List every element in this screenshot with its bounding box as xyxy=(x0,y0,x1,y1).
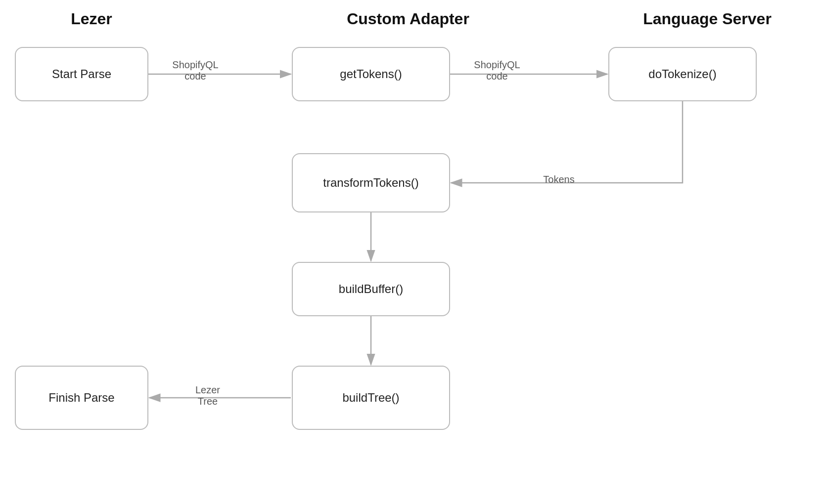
get-tokens-label: getTokens() xyxy=(340,67,402,81)
build-buffer-label: buildBuffer() xyxy=(339,282,403,296)
arrow-label-tokens: Tokens xyxy=(534,174,584,185)
header-language-server: Language Server xyxy=(594,10,821,28)
do-tokenize-label: doTokenize() xyxy=(648,67,716,81)
arrow-label-lezer-tree: Lezer Tree xyxy=(181,384,235,407)
build-buffer-box: buildBuffer() xyxy=(292,262,450,316)
get-tokens-box: getTokens() xyxy=(292,47,450,101)
build-tree-box: buildTree() xyxy=(292,366,450,430)
arrow-label-shopifyql-1: ShopifyQL code xyxy=(163,59,228,82)
start-parse-label: Start Parse xyxy=(52,67,111,81)
header-custom-adapter: Custom Adapter xyxy=(272,10,544,28)
transform-tokens-label: transformTokens() xyxy=(323,176,418,190)
shopifyql-code-2-text: ShopifyQL code xyxy=(474,59,520,82)
diagram-container: Lezer Custom Adapter Language Server Sta… xyxy=(0,0,822,504)
tokens-text: Tokens xyxy=(543,174,574,185)
finish-parse-label: Finish Parse xyxy=(48,391,114,405)
lezer-tree-text: Lezer Tree xyxy=(195,384,220,407)
start-parse-box: Start Parse xyxy=(15,47,148,101)
shopifyql-code-1-text: ShopifyQL code xyxy=(172,59,218,82)
transform-tokens-box: transformTokens() xyxy=(292,153,450,212)
arrow-label-shopifyql-2: ShopifyQL code xyxy=(465,59,529,82)
do-tokenize-box: doTokenize() xyxy=(608,47,757,101)
header-lezer: Lezer xyxy=(0,10,183,28)
build-tree-label: buildTree() xyxy=(342,391,399,405)
finish-parse-box: Finish Parse xyxy=(15,366,148,430)
